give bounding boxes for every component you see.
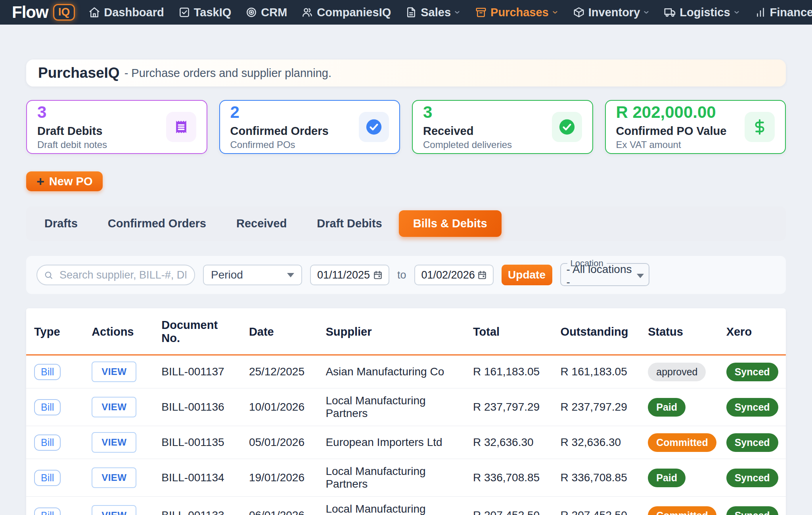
document-no-cell: BILL-001135 [153,426,241,459]
nav-label: Logistics [680,6,730,19]
nav-label: CRM [261,6,287,19]
status-badge: approved [648,363,706,381]
search-input[interactable] [36,265,195,285]
tab-draft-debits[interactable]: Draft Debits [303,211,395,236]
date-cell: 05/01/2026 [241,426,318,459]
stat-label: Received [423,125,512,138]
tab-received[interactable]: Received [223,211,300,236]
date-cell: 19/01/2026 [241,459,318,497]
document-no-cell: BILL-001137 [153,355,241,388]
period-select[interactable]: Period [203,265,302,285]
chevron-down-icon [733,9,740,16]
status-badge: Paid [648,398,686,417]
stat-sublabel: Ex VAT amount [616,139,727,150]
date-to-field[interactable] [414,265,494,285]
date-range-to-label: to [397,269,406,281]
nav-item-companiesiq[interactable]: CompaniesIQ [301,6,391,19]
date-from-field[interactable] [310,265,389,285]
bills-table-card: Type Actions Document No. Date Supplier … [26,308,786,515]
brand-name: Flow [12,3,48,22]
nav-item-inventory[interactable]: Inventory [573,6,650,19]
nav-item-dashboard[interactable]: Dashboard [88,6,164,19]
view-button[interactable]: VIEW [92,432,136,453]
page-title: PurchaseIQ [38,65,120,81]
outstanding-cell: R 161,183.05 [553,355,640,388]
col-type: Type [26,308,84,355]
brand-badge: IQ [53,4,75,21]
outstanding-cell: R 237,797.29 [553,388,640,426]
page-header-card: PurchaseIQ - Purchase orders and supplie… [26,60,786,86]
new-po-label: New PO [49,175,93,188]
check-circle-icon [359,112,389,142]
table-row: Bill VIEW BILL-001134 19/01/2026 Local M… [26,459,786,497]
check-square-icon [178,6,190,18]
nav-item-sales[interactable]: Sales [405,6,461,19]
calendar-icon [373,269,383,281]
status-badge: Paid [648,469,686,487]
location-select-value: - All locations - [567,263,637,288]
nav-item-finance[interactable]: Finance [755,6,812,19]
update-button[interactable]: Update [502,265,552,285]
archive-icon [475,6,487,18]
col-document-no: Document No. [153,308,241,355]
filter-bar: Period to Update Location - All location… [26,256,786,294]
nav-label: Sales [421,6,451,19]
view-button[interactable]: VIEW [92,361,136,382]
stat-sublabel: Confirmed POs [230,139,329,150]
document-icon [405,6,417,18]
search-icon [44,270,54,280]
receipt-icon [166,112,196,142]
nav-label: Inventory [588,6,640,19]
tab-drafts[interactable]: Drafts [31,211,91,236]
col-date: Date [241,308,318,355]
nav-item-purchases[interactable]: Purchases [475,6,559,19]
document-no-cell: BILL-001133 [153,497,241,515]
xero-badge: Synced [726,398,778,417]
col-xero: Xero [718,308,786,355]
home-icon [88,6,100,18]
outstanding-cell: R 32,636.30 [553,426,640,459]
nav-item-taskiq[interactable]: TaskIQ [178,6,232,19]
bar-chart-icon [755,6,766,18]
stat-value: R 202,000.00 [616,104,727,121]
new-po-button[interactable]: + New PO [26,171,103,191]
stat-card-confirmed-orders: 2 Confirmed Orders Confirmed POs [219,100,400,154]
total-cell: R 207,452.50 [465,497,553,515]
nav-label: Dashboard [104,6,164,19]
target-icon [245,6,257,18]
caret-down-icon [637,274,644,278]
supplier-cell: European Importers Ltd [318,426,465,459]
nav-item-logistics[interactable]: Logistics [664,6,740,19]
nav-items: Dashboard TaskIQ CRM CompaniesIQ Sales P… [88,6,812,19]
table-row: Bill VIEW BILL-001137 25/12/2025 Asian M… [26,355,786,388]
brand-logo[interactable]: Flow IQ [12,3,75,22]
date-to-input[interactable] [421,269,477,281]
dollar-icon [745,112,775,142]
location-select[interactable]: Location - All locations - [560,258,649,286]
nav-item-crm[interactable]: CRM [245,6,287,19]
stat-label: Confirmed Orders [230,125,329,138]
chevron-down-icon [643,9,650,16]
users-icon [301,6,313,18]
supplier-cell: Local Manufacturing Partners [318,459,465,497]
table-row: Bill VIEW BILL-001135 05/01/2026 Europea… [26,426,786,459]
check-circle-icon [552,112,582,142]
supplier-cell: Local Manufacturing Partners [318,388,465,426]
chevron-down-icon [552,9,559,16]
stat-value: 3 [37,104,107,121]
total-cell: R 237,797.29 [465,388,553,426]
top-nav: Flow IQ Dashboard TaskIQ CRM CompaniesIQ… [0,0,812,25]
view-button[interactable]: VIEW [92,467,136,488]
bills-table: Type Actions Document No. Date Supplier … [26,308,786,515]
caret-down-icon [287,273,294,277]
view-button[interactable]: VIEW [92,397,136,417]
view-button[interactable]: VIEW [92,505,136,515]
nav-label: Finance [770,6,812,19]
date-from-input[interactable] [317,269,373,281]
stat-label: Draft Debits [37,125,107,138]
tab-bills-debits[interactable]: Bills & Debits [399,210,502,237]
xero-badge: Synced [726,363,778,381]
tab-confirmed-orders[interactable]: Confirmed Orders [94,211,220,236]
xero-badge: Synced [726,433,778,452]
date-cell: 10/01/2026 [241,388,318,426]
